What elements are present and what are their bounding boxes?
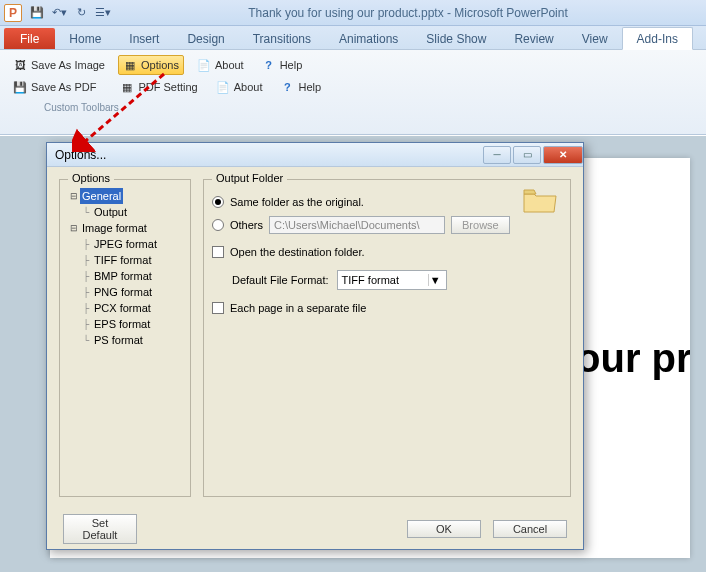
tab-insert[interactable]: Insert	[115, 28, 173, 49]
tree-pcx[interactable]: ├PCX format	[80, 300, 182, 316]
tree-tiff[interactable]: ├TIFF format	[80, 252, 182, 268]
options-tree: ⊟ General └ Output ⊟ Image format ├JPEG …	[68, 188, 182, 348]
ribbon-body: 🖼 Save As Image ▦ Options 📄 About ? Help…	[0, 50, 706, 135]
checkbox-icon	[212, 246, 224, 258]
tab-home[interactable]: Home	[55, 28, 115, 49]
tab-transitions[interactable]: Transitions	[239, 28, 325, 49]
collapse-icon[interactable]: ⊟	[68, 188, 80, 204]
tab-design[interactable]: Design	[173, 28, 238, 49]
help-button-2[interactable]: ? Help	[275, 77, 326, 97]
tree-ps[interactable]: └PS format	[80, 332, 182, 348]
cancel-button[interactable]: Cancel	[493, 520, 567, 538]
image-icon: 🖼	[13, 58, 27, 72]
qat-customize-icon[interactable]: ☰▾	[94, 4, 112, 22]
pdf-setting-button[interactable]: ▦ PDF Setting	[115, 77, 202, 97]
tree-output[interactable]: └ Output	[80, 204, 182, 220]
tab-slideshow[interactable]: Slide Show	[412, 28, 500, 49]
radio-icon	[212, 196, 224, 208]
tree-image-format-label: Image format	[80, 220, 149, 236]
pdf-icon: 💾	[13, 80, 27, 94]
about-button-1[interactable]: 📄 About	[192, 55, 249, 75]
set-default-button[interactable]: Set Default	[63, 514, 137, 544]
save-as-image-label: Save As Image	[31, 59, 105, 71]
dialog-title: Options...	[55, 148, 106, 162]
options-dialog: Options... ─ ▭ ✕ Options ⊟ General └ Out…	[46, 142, 584, 550]
app-icon: P	[4, 4, 22, 22]
default-format-combo[interactable]: TIFF format ▼	[337, 270, 447, 290]
help-icon: ?	[262, 58, 276, 72]
save-as-pdf-button[interactable]: 💾 Save As PDF	[8, 77, 101, 97]
check-each-page-label: Each page in a separate file	[230, 302, 366, 314]
about-button-2[interactable]: 📄 About	[211, 77, 268, 97]
options-button[interactable]: ▦ Options	[118, 55, 184, 75]
tree-bmp[interactable]: ├BMP format	[80, 268, 182, 284]
save-as-pdf-label: Save As PDF	[31, 81, 96, 93]
path-input[interactable]	[269, 216, 445, 234]
ok-button[interactable]: OK	[407, 520, 481, 538]
options-label: Options	[141, 59, 179, 71]
note-icon: 📄	[197, 58, 211, 72]
tree-general[interactable]: ⊟ General	[68, 188, 182, 204]
default-format-label: Default File Format:	[232, 274, 329, 286]
tree-branch-icon: ├	[80, 236, 92, 252]
dialog-footer: Set Default OK Cancel	[47, 509, 583, 549]
tree-output-label: Output	[92, 204, 129, 220]
note-icon-2: 📄	[216, 80, 230, 94]
folder-icon	[522, 186, 558, 216]
about-label-1: About	[215, 59, 244, 71]
window-title: Thank you for using our product.pptx - M…	[114, 6, 702, 20]
output-folder-panel: Output Folder Same folder as the origina…	[203, 179, 571, 497]
grid-icon: ▦	[123, 58, 137, 72]
tab-view[interactable]: View	[568, 28, 622, 49]
radio-same-folder[interactable]: Same folder as the original.	[212, 196, 562, 208]
pdf-setting-label: PDF Setting	[138, 81, 197, 93]
file-tab[interactable]: File	[4, 28, 55, 49]
collapse-icon-2[interactable]: ⊟	[68, 220, 80, 236]
check-each-page[interactable]: Each page in a separate file	[212, 302, 562, 314]
titlebar: P 💾 ↶▾ ↻ ☰▾ Thank you for using our prod…	[0, 0, 706, 26]
check-open-dest[interactable]: Open the destination folder.	[212, 246, 562, 258]
tree-branch-icon: ├	[80, 284, 92, 300]
tree-branch-icon: ├	[80, 252, 92, 268]
tab-animations[interactable]: Animations	[325, 28, 412, 49]
help-label-1: Help	[280, 59, 303, 71]
default-format-value: TIFF format	[342, 274, 399, 286]
close-icon[interactable]: ✕	[543, 146, 583, 164]
radio-others[interactable]: Others Browse	[212, 216, 562, 234]
tree-branch-icon: └	[80, 204, 92, 220]
grid-icon-2: ▦	[120, 80, 134, 94]
radio-others-label: Others	[230, 219, 263, 231]
help-label-2: Help	[298, 81, 321, 93]
checkbox-icon-2	[212, 302, 224, 314]
options-tree-panel: Options ⊟ General └ Output ⊟ Image forma…	[59, 179, 191, 497]
dialog-titlebar[interactable]: Options... ─ ▭ ✕	[47, 143, 583, 167]
ribbon-group-label: Custom Toolbars	[44, 102, 698, 113]
browse-button[interactable]: Browse	[451, 216, 510, 234]
save-as-image-button[interactable]: 🖼 Save As Image	[8, 55, 110, 75]
tree-png[interactable]: ├PNG format	[80, 284, 182, 300]
tab-review[interactable]: Review	[500, 28, 567, 49]
tree-branch-icon: ├	[80, 268, 92, 284]
tree-branch-icon: └	[80, 332, 92, 348]
tree-branch-icon: ├	[80, 316, 92, 332]
minimize-icon[interactable]: ─	[483, 146, 511, 164]
tree-image-format[interactable]: ⊟ Image format	[68, 220, 182, 236]
qat-redo-icon[interactable]: ↻	[72, 4, 90, 22]
radio-same-folder-label: Same folder as the original.	[230, 196, 364, 208]
about-label-2: About	[234, 81, 263, 93]
tree-branch-icon: ├	[80, 300, 92, 316]
help-button-1[interactable]: ? Help	[257, 55, 308, 75]
tab-addins[interactable]: Add-Ins	[622, 27, 693, 50]
tree-general-label: General	[80, 188, 123, 204]
tree-eps[interactable]: ├EPS format	[80, 316, 182, 332]
options-legend: Options	[68, 172, 114, 184]
chevron-down-icon: ▼	[428, 274, 442, 286]
tree-jpeg[interactable]: ├JPEG format	[80, 236, 182, 252]
qat-undo-icon[interactable]: ↶▾	[50, 4, 68, 22]
qat-save-icon[interactable]: 💾	[28, 4, 46, 22]
help-icon-2: ?	[280, 80, 294, 94]
ribbon-tabs: File Home Insert Design Transitions Anim…	[0, 26, 706, 50]
maximize-icon[interactable]: ▭	[513, 146, 541, 164]
radio-icon-empty	[212, 219, 224, 231]
output-folder-legend: Output Folder	[212, 172, 287, 184]
